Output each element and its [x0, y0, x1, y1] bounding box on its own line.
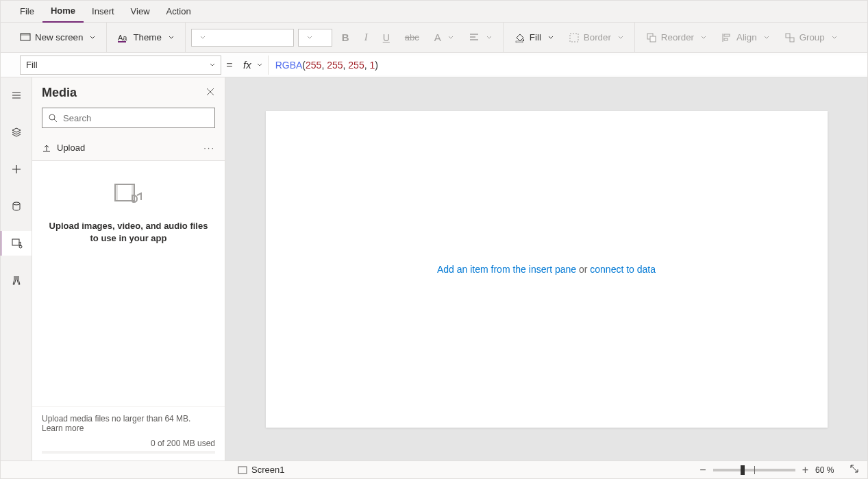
reorder-button[interactable]: Reorder: [641, 28, 712, 47]
screen-canvas[interactable]: Add an item from the insert pane or conn…: [266, 111, 828, 428]
media-limit-text: Upload media files no larger than 64 MB.: [42, 414, 215, 423]
svg-rect-13: [12, 239, 19, 245]
border-icon: [569, 32, 580, 43]
canvas-area: Add an item from the insert pane or conn…: [225, 77, 867, 460]
underline-icon: U: [383, 32, 390, 43]
upload-button[interactable]: Upload: [42, 143, 85, 153]
svg-rect-16: [115, 184, 134, 201]
screen-selector[interactable]: Screen1: [238, 465, 284, 475]
menu-view[interactable]: View: [123, 1, 158, 23]
font-size-dropdown[interactable]: [298, 29, 332, 47]
chevron-down-icon: [548, 35, 554, 40]
zoom-slider[interactable]: [713, 469, 795, 471]
chevron-down-icon: [448, 35, 454, 40]
svg-rect-7: [650, 36, 656, 42]
theme-icon: Aa: [118, 32, 129, 43]
formula-input[interactable]: RGBA(255, 255, 255, 1): [268, 56, 867, 75]
svg-rect-19: [238, 467, 247, 474]
media-search-input[interactable]: [63, 113, 209, 123]
font-color-button[interactable]: A: [429, 28, 459, 47]
svg-rect-4: [516, 41, 523, 42]
svg-rect-1: [21, 34, 30, 36]
media-placeholder-icon: [114, 182, 144, 209]
media-usage-bar: [42, 451, 215, 454]
rail-insert-button[interactable]: [1, 157, 32, 182]
formula-fn: RGBA: [275, 60, 303, 71]
formula-bar: Fill = fx RGBA(255, 255, 255, 1): [1, 53, 867, 77]
bold-button[interactable]: B: [336, 28, 355, 47]
svg-point-15: [49, 114, 55, 120]
ribbon: New screen Aa Theme B I U abc A Fill: [1, 23, 867, 53]
strikethrough-icon: abc: [405, 32, 419, 42]
hint-or: or: [576, 264, 590, 275]
media-icon: [12, 238, 23, 249]
media-empty-text: Upload images, video, and audio files to…: [46, 220, 211, 245]
rail-tree-view-button[interactable]: [1, 120, 32, 145]
rail-hamburger-button[interactable]: [1, 83, 32, 108]
screen-icon: [238, 466, 247, 474]
menu-file[interactable]: File: [12, 1, 42, 23]
main-area: Media Upload ···: [1, 77, 867, 460]
fill-button[interactable]: Fill: [509, 28, 559, 47]
strikethrough-button[interactable]: abc: [399, 28, 425, 47]
new-screen-button[interactable]: New screen: [14, 28, 101, 47]
rail-data-button[interactable]: [1, 194, 32, 219]
text-align-button[interactable]: [463, 28, 497, 47]
zoom-thumb[interactable]: [741, 465, 745, 475]
group-button[interactable]: Group: [779, 28, 843, 47]
italic-button[interactable]: I: [359, 28, 373, 47]
align-label: Align: [736, 32, 757, 42]
property-name: Fill: [26, 60, 38, 70]
underline-button[interactable]: U: [377, 28, 395, 47]
panel-close-button[interactable]: [206, 87, 215, 99]
group-icon: [784, 32, 795, 43]
hamburger-icon: [11, 90, 22, 101]
menu-insert[interactable]: Insert: [84, 1, 123, 23]
chevron-down-icon: [90, 35, 95, 40]
svg-rect-3: [118, 41, 126, 42]
fill-label: Fill: [530, 32, 541, 42]
font-family-dropdown[interactable]: [191, 29, 294, 47]
fullscreen-button[interactable]: [850, 464, 859, 476]
search-icon: [48, 113, 58, 123]
zoom-in-button[interactable]: +: [802, 464, 808, 476]
new-screen-label: New screen: [35, 32, 83, 42]
expand-icon: [850, 464, 859, 474]
theme-label: Theme: [133, 32, 161, 42]
menu-home[interactable]: Home: [42, 1, 84, 23]
chevron-down-icon: [307, 35, 312, 40]
media-search-box[interactable]: [42, 108, 215, 128]
chevron-down-icon: [169, 35, 174, 40]
property-selector[interactable]: Fill: [20, 56, 221, 75]
more-options-button[interactable]: ···: [203, 143, 215, 153]
bold-icon: B: [342, 32, 349, 43]
connect-data-link[interactable]: connect to data: [590, 264, 656, 275]
reorder-icon: [646, 32, 657, 43]
rail-media-button[interactable]: [0, 231, 32, 256]
fx-button[interactable]: fx: [238, 59, 268, 71]
rail-advanced-tools-button[interactable]: [1, 268, 32, 293]
align-objects-icon: [721, 32, 732, 43]
align-left-icon: [469, 32, 480, 43]
theme-button[interactable]: Aa Theme: [112, 28, 179, 47]
svg-rect-17: [115, 184, 118, 201]
svg-rect-10: [786, 34, 790, 38]
database-icon: [11, 201, 22, 212]
align-button[interactable]: Align: [716, 28, 775, 47]
learn-more-link[interactable]: Learn more: [42, 423, 84, 433]
insert-pane-link[interactable]: Add an item from the insert pane: [437, 264, 576, 275]
plus-icon: [11, 164, 22, 175]
svg-rect-5: [570, 34, 578, 42]
zoom-out-button[interactable]: −: [699, 464, 706, 476]
svg-text:Aa: Aa: [118, 34, 127, 42]
upload-icon: [42, 143, 51, 153]
screen-name: Screen1: [251, 465, 284, 475]
chevron-down-icon: [618, 35, 623, 40]
equals-sign: =: [221, 59, 238, 71]
border-button[interactable]: Border: [563, 28, 629, 47]
panel-title: Media: [42, 86, 77, 100]
menu-action[interactable]: Action: [158, 1, 199, 23]
chevron-down-icon: [210, 62, 215, 68]
paint-bucket-icon: [514, 32, 525, 43]
tools-icon: [11, 275, 22, 286]
